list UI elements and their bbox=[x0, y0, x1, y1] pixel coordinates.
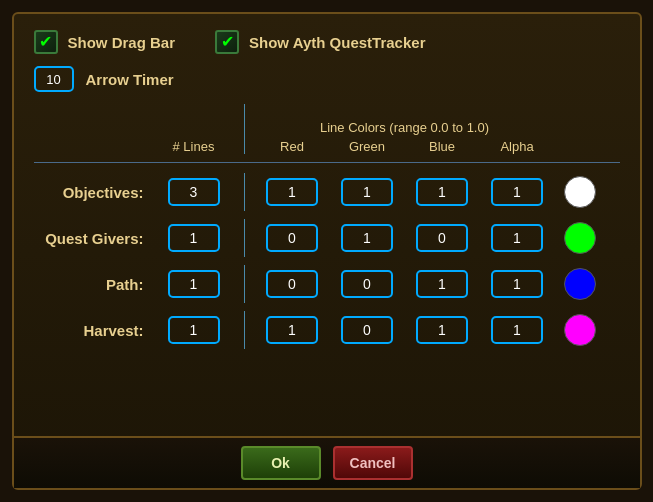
objectives-green-input[interactable] bbox=[341, 178, 393, 206]
quest-givers-lines-input[interactable] bbox=[168, 224, 220, 252]
settings-dialog: ✔ Show Drag Bar ✔ Show Ayth QuestTracker… bbox=[12, 12, 642, 490]
dialog-footer: Ok Cancel bbox=[14, 436, 640, 488]
show-quest-tracker-checkbox[interactable]: ✔ bbox=[215, 30, 239, 54]
harvest-lines-cell bbox=[154, 316, 234, 344]
quest-givers-label: Quest Givers: bbox=[34, 230, 154, 247]
vertical-divider-3 bbox=[244, 311, 245, 349]
table-header: # Lines Line Colors (range 0.0 to 1.0) R… bbox=[34, 104, 620, 163]
objectives-color-circle bbox=[564, 176, 596, 208]
harvest-blue-cell bbox=[405, 316, 480, 344]
harvest-red-input[interactable] bbox=[266, 316, 318, 344]
harvest-colors bbox=[255, 314, 605, 346]
path-green-cell bbox=[330, 270, 405, 298]
path-blue-input[interactable] bbox=[416, 270, 468, 298]
data-rows: Objectives: bbox=[34, 163, 620, 351]
quest-givers-blue-cell bbox=[405, 224, 480, 252]
quest-givers-alpha-input[interactable] bbox=[491, 224, 543, 252]
ok-button[interactable]: Ok bbox=[241, 446, 321, 480]
arrow-timer-row: Arrow Timer bbox=[34, 66, 620, 92]
path-color-preview-cell bbox=[555, 268, 605, 300]
table-row: Path: bbox=[34, 263, 620, 305]
show-drag-bar-group: ✔ Show Drag Bar bbox=[34, 30, 176, 54]
path-alpha-input[interactable] bbox=[491, 270, 543, 298]
arrow-timer-label: Arrow Timer bbox=[86, 71, 174, 88]
show-quest-tracker-group: ✔ Show Ayth QuestTracker bbox=[215, 30, 425, 54]
harvest-color-circle bbox=[564, 314, 596, 346]
path-red-cell bbox=[255, 270, 330, 298]
checkmark-icon: ✔ bbox=[39, 34, 52, 50]
table-row: Harvest: bbox=[34, 309, 620, 351]
harvest-blue-input[interactable] bbox=[416, 316, 468, 344]
blue-header: Blue bbox=[405, 139, 480, 154]
line-colors-header: Line Colors (range 0.0 to 1.0) Red Green… bbox=[255, 120, 555, 154]
path-red-input[interactable] bbox=[266, 270, 318, 298]
vertical-divider-header bbox=[244, 104, 245, 154]
quest-givers-color-circle bbox=[564, 222, 596, 254]
objectives-green-cell bbox=[330, 178, 405, 206]
harvest-red-cell bbox=[255, 316, 330, 344]
path-alpha-cell bbox=[480, 270, 555, 298]
objectives-blue-cell bbox=[405, 178, 480, 206]
arrow-timer-input[interactable] bbox=[34, 66, 74, 92]
show-drag-bar-checkbox[interactable]: ✔ bbox=[34, 30, 58, 54]
table-row: Quest Givers: bbox=[34, 217, 620, 259]
quest-givers-green-cell bbox=[330, 224, 405, 252]
objectives-color-preview-cell bbox=[555, 176, 605, 208]
vertical-divider-1 bbox=[244, 219, 245, 257]
harvest-green-input[interactable] bbox=[341, 316, 393, 344]
checkmark-icon-2: ✔ bbox=[221, 34, 234, 50]
quest-givers-colors bbox=[255, 222, 605, 254]
objectives-alpha-input[interactable] bbox=[491, 178, 543, 206]
line-colors-subheader: Red Green Blue Alpha bbox=[255, 139, 555, 154]
top-row: ✔ Show Drag Bar ✔ Show Ayth QuestTracker bbox=[34, 30, 620, 54]
quest-givers-green-input[interactable] bbox=[341, 224, 393, 252]
objectives-red-input[interactable] bbox=[266, 178, 318, 206]
objectives-alpha-cell bbox=[480, 178, 555, 206]
path-green-input[interactable] bbox=[341, 270, 393, 298]
vertical-divider-0 bbox=[244, 173, 245, 211]
table-row: Objectives: bbox=[34, 171, 620, 213]
path-colors bbox=[255, 268, 605, 300]
dialog-content: ✔ Show Drag Bar ✔ Show Ayth QuestTracker… bbox=[14, 14, 640, 436]
path-label: Path: bbox=[34, 276, 154, 293]
table-section: # Lines Line Colors (range 0.0 to 1.0) R… bbox=[34, 104, 620, 420]
path-lines-input[interactable] bbox=[168, 270, 220, 298]
path-color-circle bbox=[564, 268, 596, 300]
objectives-blue-input[interactable] bbox=[416, 178, 468, 206]
harvest-color-preview-cell bbox=[555, 314, 605, 346]
quest-givers-color-preview-cell bbox=[555, 222, 605, 254]
quest-givers-blue-input[interactable] bbox=[416, 224, 468, 252]
objectives-red-cell bbox=[255, 178, 330, 206]
objectives-lines-cell bbox=[154, 178, 234, 206]
quest-givers-red-cell bbox=[255, 224, 330, 252]
red-header: Red bbox=[255, 139, 330, 154]
objectives-lines-input[interactable] bbox=[168, 178, 220, 206]
harvest-label: Harvest: bbox=[34, 322, 154, 339]
path-lines-cell bbox=[154, 270, 234, 298]
harvest-green-cell bbox=[330, 316, 405, 344]
alpha-header: Alpha bbox=[480, 139, 555, 154]
green-header: Green bbox=[330, 139, 405, 154]
quest-givers-red-input[interactable] bbox=[266, 224, 318, 252]
harvest-lines-input[interactable] bbox=[168, 316, 220, 344]
line-colors-title: Line Colors (range 0.0 to 1.0) bbox=[255, 120, 555, 135]
quest-givers-lines-cell bbox=[154, 224, 234, 252]
lines-header: # Lines bbox=[154, 139, 234, 154]
path-blue-cell bbox=[405, 270, 480, 298]
harvest-alpha-cell bbox=[480, 316, 555, 344]
cancel-button[interactable]: Cancel bbox=[333, 446, 413, 480]
show-drag-bar-label: Show Drag Bar bbox=[68, 34, 176, 51]
objectives-label: Objectives: bbox=[34, 184, 154, 201]
harvest-alpha-input[interactable] bbox=[491, 316, 543, 344]
vertical-divider-2 bbox=[244, 265, 245, 303]
quest-givers-alpha-cell bbox=[480, 224, 555, 252]
show-quest-tracker-label: Show Ayth QuestTracker bbox=[249, 34, 425, 51]
objectives-colors bbox=[255, 176, 605, 208]
